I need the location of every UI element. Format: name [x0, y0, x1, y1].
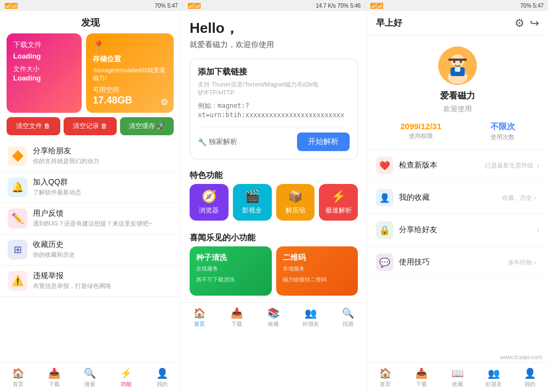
menu-report-subtitle: 布置信息举报，打造绿色网络 — [33, 282, 173, 290]
func-seed-clean[interactable]: 种子清洗 在线服务 将不可下载清洗 — [190, 246, 272, 296]
right-panel: 早上好 ⚙ ↪ — [367, 11, 548, 392]
collect-sub: 收藏、历史 › — [502, 194, 536, 202]
download-link-input[interactable] — [198, 101, 350, 121]
logout-icon[interactable]: ↪ — [530, 16, 539, 30]
exclusive-parse-button[interactable]: 🔧 独家解析 — [198, 137, 237, 147]
right-collect-icon: 📖 — [452, 367, 464, 379]
right-panel-title: 早上好 — [376, 18, 402, 29]
search-icon: 🔍 — [84, 367, 96, 379]
right-menu-tips[interactable]: 💬 使用技巧 多年经验 › — [367, 246, 548, 279]
menu-feedback-title: 用户反馈 — [33, 209, 173, 218]
menu-item-history[interactable]: ⊞ 收藏历史 你的收藏和历史 — [0, 234, 180, 266]
feature-fast-parse[interactable]: ⚡ 极速解析 — [319, 184, 358, 221]
feature-row: 🧭 浏览器 🎬 影视全 📦 解压缩 ⚡ 极速解析 — [181, 184, 367, 221]
nav-left-download[interactable]: 📥 下载 — [36, 363, 72, 392]
clear-file-button[interactable]: 清空文件 🗑 — [7, 117, 60, 135]
profile-welcome: 欢迎使用 — [443, 104, 472, 114]
history-icon: ⊞ — [8, 240, 27, 260]
nav-left-profile[interactable]: 👤 我的 — [144, 363, 180, 392]
stat-usage: 不限次 使用次数 — [490, 122, 515, 141]
nav-right-collect-label: 收藏 — [452, 381, 463, 388]
card-download: 下载文件 Loading 文件大小 Loading — [7, 33, 82, 113]
nav-left-home[interactable]: 🏠 首页 — [0, 363, 36, 392]
status-mid: 📶📶 14.7 K/s 70% 5:46 — [183, 3, 366, 9]
menu-item-report[interactable]: ⚠️ 违规举报 布置信息举报，打造绿色网络 — [0, 266, 180, 297]
feature-browser[interactable]: 🧭 浏览器 — [190, 184, 229, 221]
stat-permission-label: 使用权限 — [400, 132, 441, 140]
card-storage: 📍 存储位置 /storage/emulated/0/就爱看磁力/ 可用空间 1… — [86, 33, 174, 113]
menu-item-qq[interactable]: 🔔 加入QQ群 了解软件最新动态 — [0, 172, 180, 203]
nav-right-friends[interactable]: 👥 好朋友 — [476, 363, 512, 392]
nav-mid-find-label: 找朋 — [342, 320, 353, 328]
home-icon: 🏠 — [12, 367, 24, 379]
nav-mid-download[interactable]: 📥 下载 — [218, 303, 255, 332]
nav-right-collect[interactable]: 📖 收藏 — [439, 363, 476, 392]
svg-point-4 — [453, 61, 455, 63]
add-download-title: 添加下载链接 — [198, 67, 350, 77]
svg-rect-7 — [455, 67, 460, 72]
nav-mid-friends-label: 好朋友 — [302, 320, 319, 328]
feedback-icon: ✏️ — [8, 209, 27, 228]
func-qrcode[interactable]: 二维码 本地服务 磁力链接转二维码 — [276, 246, 358, 296]
right-home-icon: 🏠 — [379, 367, 391, 379]
mid-download-icon: 📥 — [231, 307, 243, 319]
nav-mid-collect[interactable]: 📚 收藏 — [255, 303, 293, 332]
left-panel: 发现 下载文件 Loading 文件大小 Loading 📍 存储位置 /sto… — [0, 11, 181, 392]
menu-share-text: 分享给朋友 你的支持就是我们的动力 — [33, 146, 173, 165]
qrcode-title: 二维码 — [283, 253, 352, 263]
mid-find-icon: 🔍 — [342, 307, 354, 319]
clear-cache-button[interactable]: 清空缓存 🚀 — [120, 117, 174, 135]
update-sub: 已是最新无需升级 — [485, 162, 533, 170]
settings-icon[interactable]: ⚙ — [515, 16, 524, 30]
profile-stats: 2099/12/31 使用权限 不限次 使用次数 — [376, 122, 539, 141]
download-icon: 📥 — [48, 367, 60, 379]
share-icon: 🔶 — [8, 146, 27, 166]
clear-record-button[interactable]: 清空记录 🗑 — [64, 117, 117, 135]
parse-button[interactable]: 开始解析 — [297, 132, 350, 151]
mid-header: Hello， 就爱看磁力，欢迎你使用 — [181, 11, 367, 53]
nav-right-profile-label: 我的 — [524, 381, 535, 388]
menu-item-feedback[interactable]: ✏️ 用户反馈 遇到BUG？还是有建议想提？来这里反馈吧~ — [0, 203, 180, 234]
tips-label: 使用技巧 — [399, 257, 508, 267]
right-menu-my-collect[interactable]: 👤 我的收藏 收藏、历史 › — [367, 182, 548, 214]
battery-mid: 70% — [338, 3, 349, 9]
nav-right-profile[interactable]: 👤 我的 — [512, 363, 548, 392]
nav-right-download[interactable]: 📥 下载 — [403, 363, 439, 392]
video-icon: 🎬 — [245, 189, 260, 204]
nav-mid-find[interactable]: 🔍 找朋 — [329, 303, 367, 332]
right-menu-share[interactable]: 🔒 分享给好友 › — [367, 214, 548, 246]
storage-avail-label: 可用空间 — [93, 85, 167, 95]
nav-mid-friends[interactable]: 👥 好朋友 — [292, 303, 329, 332]
small-func-row: 种子清洗 在线服务 将不可下载清洗 二维码 本地服务 磁力链接转二维码 — [181, 246, 367, 296]
menu-item-share[interactable]: 🔶 分享给朋友 你的支持就是我们的动力 — [0, 141, 180, 172]
stat-usage-label: 使用次数 — [490, 133, 515, 141]
feature-video[interactable]: 🎬 影视全 — [233, 184, 272, 221]
mid-bottom-nav: 🏠 首页 📥 下载 📚 收藏 👥 好朋友 🔍 找朋 — [181, 302, 367, 332]
share-menu-icon: 🔒 — [376, 221, 393, 239]
time-mid: 5:46 — [350, 3, 361, 9]
gear-icon[interactable]: ⚙ — [161, 97, 168, 107]
nav-right-friends-label: 好朋友 — [486, 381, 502, 388]
feature-unzip[interactable]: 📦 解压缩 — [276, 184, 315, 221]
feature-unzip-label: 解压缩 — [286, 206, 305, 215]
nav-right-home[interactable]: 🏠 首页 — [367, 363, 403, 392]
add-download-footer: 🔧 独家解析 开始解析 — [198, 128, 350, 151]
header-icons: ⚙ ↪ — [515, 16, 539, 30]
nav-left-search-label: 搜索 — [84, 381, 95, 388]
nav-left-download-label: 下载 — [49, 381, 60, 388]
feature-fast-parse-label: 极速解析 — [326, 206, 352, 215]
status-bar: 📶📶 70% 5:47 📶📶 14.7 K/s 70% 5:46 📶📶 70% … — [0, 0, 548, 11]
nav-left-func[interactable]: ⚡ 功能 — [108, 363, 144, 392]
features-title: 特色功能 — [181, 165, 367, 184]
menu-qq-subtitle: 了解软件最新动态 — [33, 188, 173, 197]
signal-right: 📶📶 — [370, 3, 383, 9]
right-menu-check-update[interactable]: ❤️ 检查新版本 已是最新无需升级 › — [367, 149, 548, 182]
nav-left-search[interactable]: 🔍 搜索 — [72, 363, 109, 392]
right-menu: ❤️ 检查新版本 已是最新无需升级 › 👤 我的收藏 收藏、历史 › 🔒 分享给… — [367, 149, 548, 362]
nav-mid-download-label: 下载 — [231, 320, 242, 328]
nav-mid-home[interactable]: 🏠 首页 — [181, 303, 218, 332]
speed-mid: 14.7 K/s — [316, 3, 336, 9]
update-label: 检查新版本 — [399, 160, 485, 170]
nav-right-home-label: 首页 — [380, 381, 391, 388]
feature-video-label: 影视全 — [242, 206, 262, 215]
